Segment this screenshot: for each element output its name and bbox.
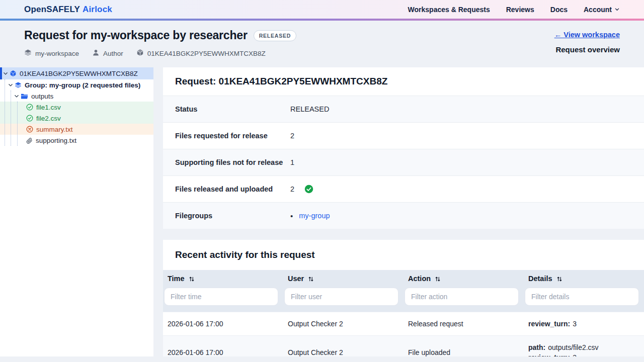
cell-action: File uploaded (404, 336, 524, 357)
main-panel: Request: 01KEA41BGK2PY5EWWHXMTCXB8Z Stat… (163, 67, 644, 356)
filter-details-input[interactable] (525, 288, 639, 306)
detail-key: path: (528, 343, 545, 351)
brand-secondary: Airlock (83, 5, 112, 14)
chevron-down-icon[interactable] (8, 82, 13, 87)
tree-item-label: summary.txt (36, 126, 73, 133)
column-header-time[interactable]: Time (163, 270, 283, 286)
request-summary-card: Request: 01KEA41BGK2PY5EWWHXMTCXB8Z Stat… (163, 67, 644, 229)
file-tree: 01KEA41BGK2PY5EWWHXMTCXB8Z Group: my-gro… (0, 67, 153, 146)
nav-reviews[interactable]: Reviews (506, 6, 534, 14)
layers-icon (15, 81, 22, 88)
chevron-down-icon[interactable] (3, 71, 8, 76)
tree-item-outputs-folder[interactable]: outputs (0, 90, 153, 102)
activity-row: 2026-01-06 17:00 Output Checker 2 Releas… (163, 312, 644, 336)
tree-item-request-root[interactable]: 01KEA41BGK2PY5EWWHXMTCXB8Z (0, 67, 153, 79)
filegroup-list-item: my-group (290, 212, 330, 220)
tree-item-group[interactable]: Group: my-group (2 requested files) (0, 79, 153, 90)
filter-action-input[interactable] (405, 288, 519, 306)
detail-value: outputs/file2.csv (548, 343, 598, 351)
tree-item-label: supporting.txt (36, 137, 76, 144)
filegroup-link[interactable]: my-group (299, 212, 330, 220)
page-title: Request for my-workspace by researcher (24, 29, 248, 42)
nav-label: Workspaces & Requests (408, 6, 490, 14)
column-label: User (288, 275, 304, 283)
activity-header-row: Time User Action Details (163, 270, 644, 286)
x-circle-icon (26, 126, 33, 133)
chevron-down-icon[interactable] (14, 94, 19, 99)
workspace-name: my-workspace (35, 50, 79, 57)
main-nav: Workspaces & Requests Reviews Docs Accou… (408, 6, 620, 14)
page-header-left: Request for my-workspace by researcher R… (24, 29, 296, 58)
row-label: Filegroups (175, 212, 290, 220)
detail-value: 3 (573, 320, 577, 328)
filter-user-input[interactable] (284, 288, 398, 306)
brand-primary: OpenSAFELY (24, 5, 80, 14)
paperclip-icon (26, 137, 33, 144)
request-card-heading: Request: 01KEA41BGK2PY5EWWHXMTCXB8Z (163, 67, 644, 96)
summary-row-supporting-files: Supporting files not for release 1 (163, 149, 644, 175)
nav-workspaces-requests[interactable]: Workspaces & Requests (408, 6, 490, 14)
person-icon (92, 49, 100, 58)
cell-details: review_turn:3 (524, 312, 644, 336)
row-value: RELEASED (290, 105, 329, 113)
row-value: 1 (290, 158, 294, 166)
meta-request-id: 01KEA41BGK2PY5EWWHXMTCXB8Z (136, 49, 266, 58)
tree-item-label: file1.csv (36, 104, 61, 111)
row-label: Status (175, 105, 290, 113)
cell-details: path:outputs/file2.csv review_turn:3 (524, 336, 644, 357)
detail-value: 3 (573, 353, 577, 356)
filter-time-input[interactable] (164, 288, 278, 306)
status-badge: RELEASED (254, 30, 297, 41)
row-label: Supporting files not for release (175, 158, 290, 166)
summary-row-files-released: Files released and uploaded 2 (163, 175, 644, 202)
page-header: Request for my-workspace by researcher R… (0, 21, 644, 64)
sort-icon[interactable] (556, 276, 562, 284)
cell-action: Released request (404, 312, 524, 336)
check-circle-icon (26, 115, 33, 122)
detail-key: review_turn: (528, 353, 570, 356)
detail-key: review_turn: (528, 320, 570, 328)
activity-row: 2026-01-06 17:00 Output Checker 2 File u… (163, 336, 644, 357)
tree-item-file1[interactable]: file1.csv (0, 102, 153, 113)
activity-heading: Recent activity for this request (163, 240, 644, 270)
sort-icon[interactable] (435, 276, 441, 284)
nav-label: Account (584, 6, 612, 14)
nav-account-menu[interactable]: Account (584, 6, 620, 14)
page-header-right: ← View workspace Request overview (554, 29, 620, 58)
sort-icon[interactable] (308, 276, 314, 284)
request-id: 01KEA41BGK2PY5EWWHXMTCXB8Z (147, 50, 266, 57)
cube-icon (136, 49, 144, 58)
tree-indent-guide (11, 90, 11, 146)
column-header-action[interactable]: Action (404, 270, 524, 286)
tree-item-file2[interactable]: file2.csv (0, 113, 153, 124)
column-label: Details (528, 275, 552, 283)
column-label: Action (408, 275, 431, 283)
request-overview-label: Request overview (555, 45, 620, 54)
tree-indent-guide (17, 102, 18, 146)
column-header-user[interactable]: User (283, 270, 404, 286)
sort-icon[interactable] (189, 276, 195, 284)
column-header-details[interactable]: Details (524, 270, 644, 286)
app-logo[interactable]: OpenSAFELYAirlock (24, 5, 112, 15)
tree-item-label: file2.csv (36, 115, 61, 122)
layers-icon (24, 49, 32, 58)
cell-user: Output Checker 2 (283, 336, 404, 357)
folder-icon (21, 93, 28, 100)
cell-user: Output Checker 2 (283, 312, 404, 336)
nav-label: Reviews (506, 6, 534, 14)
row-value: 2 (290, 185, 294, 193)
cell-time: 2026-01-06 17:00 (163, 336, 283, 357)
summary-row-filegroups: Filegroups my-group (163, 202, 644, 229)
meta-workspace: my-workspace (24, 49, 79, 58)
summary-row-files-requested: Files requested for release 2 (163, 122, 644, 149)
content-area: 01KEA41BGK2PY5EWWHXMTCXB8Z Group: my-gro… (0, 64, 644, 356)
row-value: 2 (290, 132, 294, 140)
tree-item-supporting[interactable]: supporting.txt (0, 135, 153, 146)
tree-item-summary[interactable]: summary.txt (0, 124, 153, 135)
check-circle-icon (26, 104, 33, 111)
top-navigation-bar: OpenSAFELYAirlock Workspaces & Requests … (0, 0, 644, 21)
nav-docs[interactable]: Docs (550, 6, 568, 14)
check-circle-filled-icon (304, 185, 313, 194)
tree-item-label: outputs (31, 93, 53, 100)
view-workspace-link[interactable]: ← View workspace (554, 31, 620, 39)
